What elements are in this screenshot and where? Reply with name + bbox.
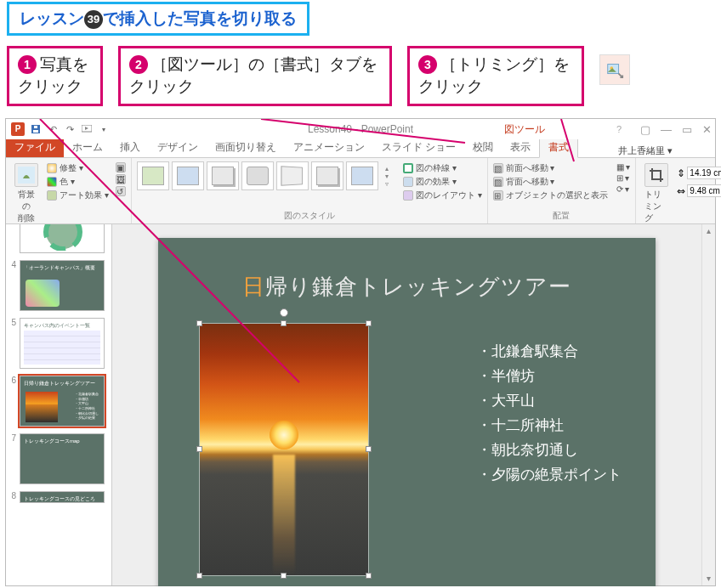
- minimize-icon[interactable]: —: [661, 123, 672, 136]
- artistic-effects-button[interactable]: アート効果 ▾: [47, 189, 109, 202]
- tab-insert[interactable]: 挿入: [111, 138, 149, 157]
- tab-design[interactable]: デザイン: [149, 138, 207, 157]
- reset-picture-icon: ↺: [116, 186, 126, 196]
- arrange-group-label: 配置: [493, 210, 631, 222]
- ribbon-group-size: トリミング ▾ ⇕ ▴▾ ⇔ ▴▾ サイズ: [636, 158, 721, 223]
- close-icon[interactable]: ✕: [702, 123, 712, 136]
- slide-bullets: 北鎌倉駅集合 半僧坊 大平山 十二所神社 朝比奈切通し 夕陽の絶景ポイント: [477, 340, 622, 487]
- vertical-scrollbar[interactable]: ▴ ▾: [701, 224, 715, 585]
- change-picture-icon: 🖼: [116, 174, 126, 184]
- align-button[interactable]: ▦ ▾: [616, 161, 631, 172]
- remove-background-button[interactable]: 背景の 削除: [11, 161, 42, 226]
- group-button[interactable]: ⊞ ▾: [616, 172, 631, 184]
- bring-forward-icon: ▧: [493, 163, 503, 173]
- width-icon: ⇔: [677, 185, 685, 197]
- slide-thumbnail-pane[interactable]: 4 「オーランドキャンパス」概要 5 キャンパス内のイベント一覧 6 日帰り鎌倉…: [6, 224, 112, 585]
- callout-1: 1写真を クリック: [7, 46, 103, 106]
- selected-photo[interactable]: [199, 323, 369, 576]
- rotate-handle[interactable]: [280, 308, 288, 317]
- corrections-button[interactable]: 修整 ▾: [47, 161, 109, 175]
- width-input[interactable]: ⇔ ▴▾: [677, 184, 721, 197]
- picture-effects-button[interactable]: 図の効果 ▾: [403, 175, 482, 189]
- qat-dropdown-icon[interactable]: ▾: [98, 123, 110, 135]
- artistic-icon: [47, 190, 57, 201]
- callout-3-num: 3: [418, 55, 437, 74]
- save-icon[interactable]: [30, 123, 42, 135]
- maximize-icon[interactable]: ▭: [682, 123, 692, 136]
- picture-layout-icon: [403, 190, 413, 201]
- picture-style-4[interactable]: [241, 161, 274, 190]
- resize-handle-r[interactable]: [366, 446, 372, 452]
- ribbon-group-picture-styles: ▴▾▿ 図の枠線 ▾ 図の効果 ▾ 図のレイアウト ▾ 図のスタイル: [132, 158, 488, 223]
- tab-slideshow[interactable]: スライド ショー: [373, 138, 464, 157]
- slide-thumb-3[interactable]: [20, 224, 105, 253]
- reset-picture-button[interactable]: ↺: [116, 185, 126, 197]
- tab-home[interactable]: ホーム: [64, 138, 111, 157]
- tab-transition[interactable]: 画面切り替え: [207, 138, 285, 157]
- picture-layout-button[interactable]: 図のレイアウト ▾: [403, 189, 482, 202]
- tab-file[interactable]: ファイル: [6, 138, 64, 157]
- callout-3-text: ［トリミング］を クリック: [418, 55, 570, 95]
- title-bar: P ↶ ↷ ▾ Lesson40 - PowerPoint 図ツール ? ▢ —…: [6, 119, 715, 139]
- tab-review[interactable]: 校閲: [464, 138, 502, 157]
- resize-handle-l[interactable]: [196, 446, 202, 452]
- remove-background-icon: [14, 163, 38, 187]
- picture-style-2[interactable]: [172, 161, 204, 190]
- height-field[interactable]: [687, 167, 721, 179]
- resize-handle-bl[interactable]: [196, 573, 202, 579]
- picture-effects-icon: [403, 177, 413, 187]
- signin-label[interactable]: 井上香緒里 ▾: [618, 144, 715, 157]
- callout-2: 2［図ツール］の［書式］タブを クリック: [118, 46, 392, 106]
- resize-handle-b[interactable]: [281, 573, 287, 579]
- compress-pictures-button[interactable]: ▣: [116, 161, 126, 173]
- ribbon-group-adjust: 背景の 削除 修整 ▾ 色 ▾ アート効果 ▾ ▣ 🖼 ↺ 調整: [6, 158, 132, 223]
- send-backward-button[interactable]: ▨背面へ移動 ▾: [493, 175, 608, 189]
- start-slideshow-icon[interactable]: [81, 123, 93, 135]
- slide-thumb-4[interactable]: 「オーランドキャンパス」概要: [20, 260, 105, 311]
- tab-animation[interactable]: アニメーション: [285, 138, 373, 157]
- rotate-button[interactable]: ⟳ ▾: [616, 184, 631, 195]
- width-field[interactable]: [687, 184, 721, 197]
- picture-border-icon: [403, 163, 413, 173]
- slide-thumb-8[interactable]: トレッキングコースの見どころ: [20, 491, 105, 503]
- picture-style-gallery[interactable]: ▴▾▿: [137, 161, 393, 190]
- height-input[interactable]: ⇕ ▴▾: [677, 167, 721, 179]
- selection-pane-button[interactable]: ⊞オブジェクトの選択と表示: [493, 189, 608, 202]
- redo-icon[interactable]: ↷: [64, 123, 76, 135]
- contextual-tab-label: 図ツール: [504, 122, 545, 137]
- tab-view[interactable]: 表示: [502, 138, 539, 157]
- picture-style-1[interactable]: [137, 161, 169, 190]
- change-picture-button[interactable]: 🖼: [116, 173, 126, 185]
- picture-border-button[interactable]: 図の枠線 ▾: [403, 161, 482, 175]
- picture-style-5[interactable]: [276, 161, 309, 190]
- corrections-icon: [47, 163, 57, 173]
- undo-icon[interactable]: ↶: [47, 123, 59, 135]
- bullet-6: 夕陽の絶景ポイント: [477, 463, 622, 488]
- picture-style-6[interactable]: [311, 161, 343, 190]
- ribbon-display-icon[interactable]: ▢: [640, 123, 650, 136]
- resize-handle-t[interactable]: [281, 320, 287, 326]
- send-backward-icon: ▨: [493, 177, 503, 187]
- resize-handle-br[interactable]: [366, 573, 372, 579]
- resize-handle-tr[interactable]: [366, 320, 372, 326]
- callout-2-num: 2: [129, 55, 148, 74]
- picture-style-3[interactable]: [207, 161, 239, 190]
- sunset-photo: [200, 324, 368, 575]
- tab-format[interactable]: 書式: [539, 137, 578, 158]
- scroll-up-icon[interactable]: ▴: [702, 224, 715, 238]
- slide-thumb-5[interactable]: キャンパス内のイベント一覧: [20, 318, 105, 369]
- document-title: Lesson40 - PowerPoint: [308, 123, 413, 135]
- slide-thumb-7[interactable]: トレッキングコースmap: [20, 433, 105, 484]
- picture-style-7[interactable]: [346, 161, 378, 190]
- gallery-more-icon[interactable]: ▴▾▿: [381, 161, 393, 190]
- slide-canvas-area[interactable]: 日帰り鎌倉トレッキングツアー 北鎌倉駅集: [112, 224, 701, 585]
- color-button[interactable]: 色 ▾: [47, 175, 109, 189]
- slide-title: 日帰り鎌倉トレッキングツアー: [158, 272, 656, 302]
- height-icon: ⇕: [677, 167, 685, 179]
- resize-handle-tl[interactable]: [196, 320, 202, 326]
- slide-thumb-6[interactable]: 日帰り鎌倉トレッキングツアー ・北鎌倉駅集合・半僧坊・大平山・十二所神社・朝比奈…: [20, 376, 105, 427]
- help-icon[interactable]: ?: [616, 124, 622, 134]
- scroll-down-icon[interactable]: ▾: [702, 572, 715, 585]
- selection-pane-icon: ⊞: [493, 190, 503, 201]
- bring-forward-button[interactable]: ▧前面へ移動 ▾: [493, 161, 608, 175]
